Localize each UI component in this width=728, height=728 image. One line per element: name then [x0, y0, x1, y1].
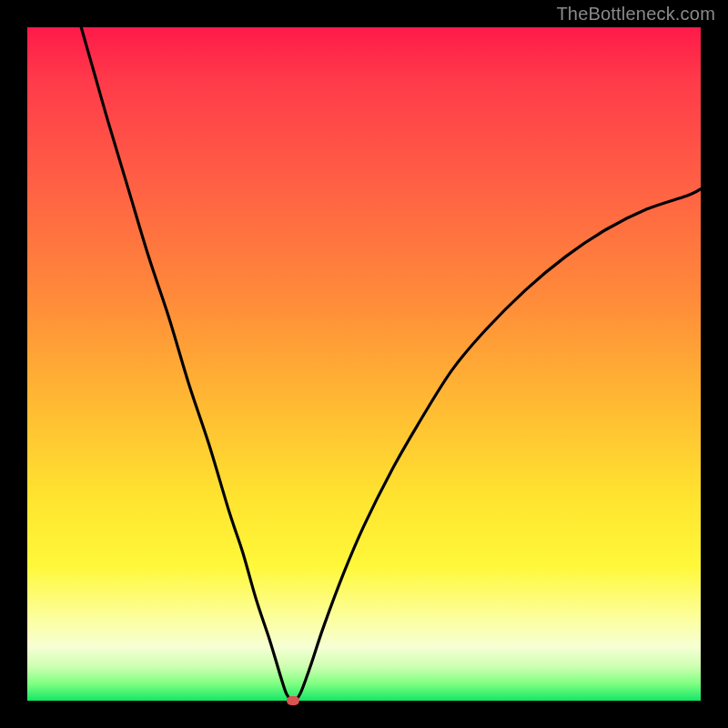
plot-area — [27, 27, 701, 701]
bottleneck-curve — [27, 27, 701, 701]
chart-frame: TheBottleneck.com — [0, 0, 728, 728]
watermark-text: TheBottleneck.com — [556, 4, 715, 25]
minimum-marker — [287, 696, 299, 705]
